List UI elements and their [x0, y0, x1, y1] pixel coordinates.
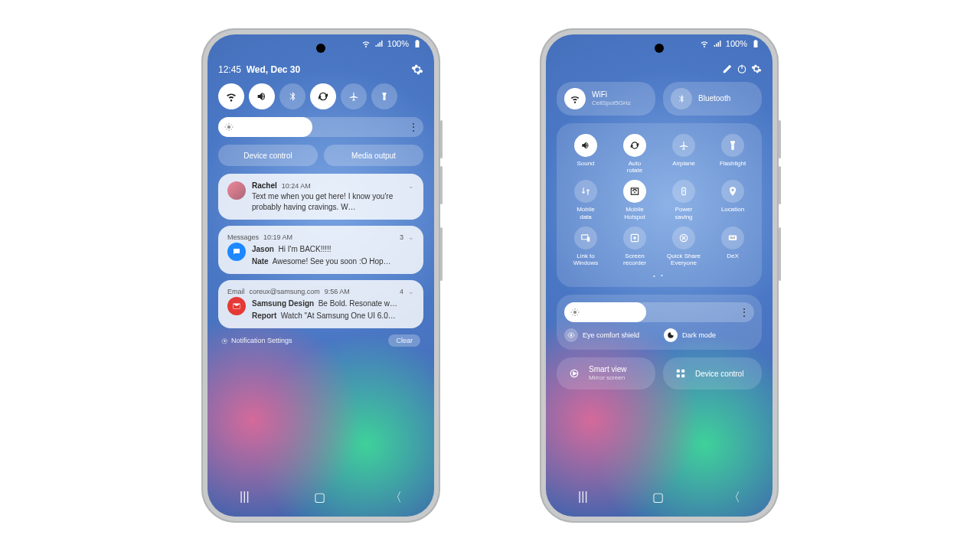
- svg-rect-19: [681, 374, 684, 377]
- notification-settings-link[interactable]: Notification Settings: [221, 337, 292, 344]
- qs-panel: SoundAutorotateAirplaneFlashlightMobiled…: [557, 123, 762, 287]
- svg-marker-15: [573, 372, 577, 375]
- nav-bar: ||| ▢ 〈: [546, 490, 773, 506]
- nav-home[interactable]: ▢: [314, 490, 325, 506]
- qs-tile-quick-share-everyone[interactable]: Quick ShareEveryone: [659, 227, 708, 266]
- edit-icon[interactable]: [722, 64, 733, 74]
- qs-tile-flashlight[interactable]: Flashlight: [708, 134, 757, 174]
- device-control-button[interactable]: Device control: [218, 145, 318, 166]
- toggle-wifi[interactable]: [218, 83, 244, 109]
- qs-tile-location[interactable]: Location: [708, 180, 757, 220]
- brightness-icon: [224, 122, 234, 132]
- svg-rect-7: [587, 237, 590, 242]
- nav-recents[interactable]: |||: [240, 490, 249, 506]
- qs-tile-mobile-data[interactable]: Mobiledata: [561, 180, 610, 220]
- nav-back[interactable]: 〈: [728, 490, 740, 506]
- toggle-bluetooth[interactable]: [279, 83, 305, 109]
- toggle-sound[interactable]: [249, 83, 275, 109]
- qs-tile-auto-rotate[interactable]: Autorotate: [610, 134, 659, 174]
- eye-icon: [567, 331, 575, 339]
- avatar: [227, 181, 246, 200]
- bluetooth-tile[interactable]: Bluetooth: [663, 82, 762, 116]
- nav-home[interactable]: ▢: [652, 490, 664, 506]
- brightness-icon: [570, 308, 580, 317]
- chevron-down-icon[interactable]: ⌄: [408, 182, 414, 190]
- smart-view-tile[interactable]: Smart viewMirror screen: [557, 357, 655, 390]
- qs-tile-sound[interactable]: Sound: [561, 134, 610, 174]
- qs-tile-link-to-windows[interactable]: Link toWindows: [561, 227, 610, 266]
- svg-text:DeX: DeX: [730, 236, 736, 240]
- phone-quicksettings: 100% WiFiCellSpot5GHz: [540, 28, 779, 523]
- svg-point-12: [573, 311, 577, 314]
- power-icon[interactable]: [737, 64, 747, 74]
- grid-icon: [675, 368, 686, 379]
- nav-bar: ||| ▢ 〈: [207, 490, 434, 506]
- quick-toggle-row: [218, 83, 423, 109]
- svg-rect-6: [582, 235, 588, 240]
- qs-tile-airplane[interactable]: Airplane: [659, 134, 708, 174]
- nav-recents[interactable]: |||: [578, 490, 587, 506]
- qs-tile-screen-recorder[interactable]: Screenrecorder: [610, 227, 659, 266]
- notification-rachel[interactable]: Rachel10:24 AM⌄ Text me when you get her…: [218, 174, 423, 220]
- settings-icon[interactable]: [411, 64, 423, 76]
- svg-rect-17: [681, 370, 684, 373]
- svg-point-13: [570, 334, 573, 337]
- dark-mode-toggle[interactable]: Dark mode: [664, 328, 754, 342]
- svg-rect-18: [677, 374, 680, 377]
- front-camera: [655, 44, 664, 53]
- toggle-airplane[interactable]: [341, 83, 367, 109]
- svg-rect-16: [677, 370, 680, 373]
- cast-icon: [568, 367, 580, 380]
- toggle-autorotate[interactable]: [310, 83, 336, 109]
- moon-icon: [667, 331, 675, 339]
- datetime: 12:45 Wed, Dec 30: [218, 64, 300, 75]
- qs-tile-power-saving[interactable]: Powersaving: [659, 180, 708, 220]
- svg-point-9: [633, 236, 636, 240]
- messages-icon: [227, 243, 246, 261]
- clear-button[interactable]: Clear: [388, 334, 420, 347]
- svg-point-1: [224, 340, 225, 341]
- brightness-more-icon[interactable]: ⋮: [408, 121, 419, 133]
- gear-icon: [221, 337, 228, 344]
- page-indicator: • ∘: [561, 272, 757, 279]
- svg-point-4: [634, 192, 635, 194]
- phone-notifications: 100% 12:45 Wed, Dec 30: [201, 28, 440, 523]
- wifi-tile[interactable]: WiFiCellSpot5GHz: [557, 82, 655, 116]
- brightness-slider[interactable]: ⋮: [218, 117, 423, 137]
- qs-tile-dex[interactable]: DeXDeX: [708, 227, 757, 266]
- media-output-button[interactable]: Media output: [324, 145, 423, 166]
- front-camera: [316, 44, 325, 53]
- notification-messages[interactable]: Messages10:19 AM3⌄ Jason Hi I'm BACK!!!!…: [218, 226, 423, 274]
- device-control-tile[interactable]: Device control: [663, 357, 762, 390]
- qs-tile-mobile-hotspot[interactable]: MobileHotspot: [610, 180, 659, 220]
- eye-comfort-toggle[interactable]: Eye comfort shield: [564, 328, 655, 342]
- chevron-down-icon[interactable]: ⌄: [408, 288, 414, 295]
- notification-email[interactable]: Emailcoreux@samsung.com9:56 AM4⌄ Samsung…: [218, 280, 423, 328]
- chevron-down-icon[interactable]: ⌄: [408, 233, 414, 241]
- settings-icon[interactable]: [751, 64, 762, 74]
- brightness-panel: ⋮ Eye comfort shield Dark mode: [557, 295, 762, 350]
- toggle-flashlight[interactable]: [371, 83, 397, 109]
- email-icon: [227, 297, 246, 315]
- brightness-more-icon[interactable]: ⋮: [739, 306, 750, 318]
- brightness-slider[interactable]: ⋮: [564, 302, 754, 322]
- nav-back[interactable]: 〈: [390, 490, 402, 506]
- svg-point-0: [227, 126, 230, 129]
